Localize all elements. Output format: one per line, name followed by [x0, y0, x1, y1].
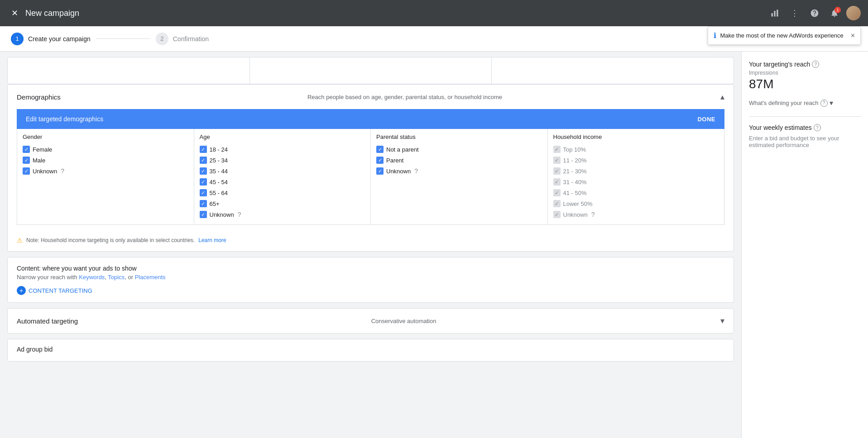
top-partial-cards	[7, 57, 734, 84]
targeting-reach-title: Your targeting's reach ?	[749, 61, 861, 68]
age-45-54-row: 45 - 54	[200, 176, 365, 187]
income-41-50-checkbox[interactable]	[553, 189, 561, 196]
weekly-estimates-help-icon[interactable]: ?	[814, 124, 821, 131]
keywords-link[interactable]: Keywords	[79, 274, 105, 281]
age-25-34-row: 25 - 34	[200, 155, 365, 166]
income-lower50-label: Lower 50%	[563, 200, 593, 207]
income-21-30-row: 21 - 30%	[553, 166, 719, 176]
step-1-label: Create your campaign	[28, 35, 91, 43]
age-45-54-label: 45 - 54	[210, 179, 228, 186]
step-1-circle: 1	[11, 33, 24, 45]
gender-unknown-checkbox[interactable]	[23, 167, 30, 175]
income-11-20-checkbox[interactable]	[553, 157, 561, 164]
plus-circle-icon: +	[17, 286, 26, 295]
defining-reach-label: What's defining your reach	[749, 100, 819, 106]
main-layout: Demographics Reach people based on age, …	[0, 52, 868, 438]
step-2-label: Confirmation	[173, 35, 209, 43]
topics-link[interactable]: Topics	[108, 274, 125, 281]
automated-targeting-header[interactable]: Automated targeting Conservative automat…	[8, 309, 734, 333]
demographics-table: Gender Female Male Unknown ?	[17, 129, 724, 225]
age-45-54-checkbox[interactable]	[200, 178, 207, 186]
close-icon[interactable]: ✕	[7, 6, 22, 20]
content-targeting-card: Content: where you want your ads to show…	[7, 257, 734, 303]
age-column: Age 18 - 24 25 - 34 35 - 44	[194, 129, 371, 224]
age-55-64-checkbox[interactable]	[200, 189, 207, 196]
age-55-64-label: 55 - 64	[210, 190, 228, 196]
top-bar-icons: ⋮ 1	[767, 5, 861, 21]
income-lower50-checkbox[interactable]	[553, 200, 561, 207]
help-icon[interactable]	[806, 5, 823, 21]
automated-targeting-chevron-icon[interactable]: ▾	[720, 316, 724, 326]
income-21-30-checkbox[interactable]	[553, 167, 561, 175]
parental-parent-label: Parent	[386, 157, 403, 164]
household-income-column-title: Household income	[553, 133, 719, 140]
income-unknown-help-icon[interactable]: ?	[591, 211, 595, 218]
income-21-30-label: 21 - 30%	[563, 168, 587, 175]
age-35-44-label: 35 - 44	[210, 168, 228, 175]
income-unknown-label: Unknown	[563, 211, 588, 218]
income-31-40-checkbox[interactable]	[553, 178, 561, 186]
learn-more-link[interactable]: Learn more	[198, 237, 226, 243]
targeting-reach-help-icon[interactable]: ?	[812, 61, 819, 68]
age-unknown-help-icon[interactable]: ?	[238, 211, 241, 218]
notification-badge: 1	[834, 7, 841, 13]
age-65-plus-label: 65+	[210, 200, 220, 207]
parental-unknown-help-icon[interactable]: ?	[414, 167, 418, 175]
parental-not-parent-checkbox[interactable]	[376, 146, 384, 153]
gender-female-row: Female	[23, 144, 188, 155]
notification-close-button[interactable]: ×	[851, 32, 855, 40]
ad-group-bid-card: Ad group bid	[7, 339, 734, 362]
step-2-circle: 2	[156, 33, 168, 45]
parental-unknown-checkbox[interactable]	[376, 167, 384, 175]
avatar[interactable]	[846, 6, 861, 20]
demographics-header[interactable]: Demographics Reach people based on age, …	[8, 85, 734, 109]
gender-unknown-help-icon[interactable]: ?	[61, 167, 64, 175]
age-65-plus-checkbox[interactable]	[200, 200, 207, 207]
age-25-34-checkbox[interactable]	[200, 157, 207, 164]
gender-female-checkbox[interactable]	[23, 146, 30, 153]
notification-icon[interactable]: 1	[826, 5, 843, 21]
parental-unknown-label: Unknown	[386, 168, 411, 175]
household-income-column: Household income Top 10% 11 - 20% 21 - 3…	[548, 129, 724, 224]
top-card-2	[250, 57, 492, 84]
income-31-40-row: 31 - 40%	[553, 176, 719, 187]
parental-parent-checkbox[interactable]	[376, 157, 384, 164]
done-button[interactable]: DONE	[697, 116, 715, 123]
age-18-24-label: 18 - 24	[210, 146, 228, 153]
defining-reach-chevron-icon: ▾	[830, 99, 833, 107]
demographics-card: Demographics Reach people based on age, …	[7, 84, 734, 252]
age-25-34-label: 25 - 34	[210, 157, 228, 164]
gender-male-label: Male	[33, 157, 45, 164]
income-top10-checkbox[interactable]	[553, 146, 561, 153]
content-desc-start: Narrow your reach with	[17, 274, 79, 281]
age-35-44-checkbox[interactable]	[200, 167, 207, 175]
demographics-description: Reach people based on age, gender, paren…	[307, 94, 502, 100]
placements-link[interactable]: Placements	[135, 274, 166, 281]
content-targeting-button[interactable]: + CONTENT TARGETING	[17, 286, 724, 295]
top-card-1	[8, 57, 250, 84]
more-options-icon[interactable]: ⋮	[786, 5, 803, 21]
defining-reach-help-icon[interactable]: ?	[820, 100, 828, 107]
age-unknown-label: Unknown	[210, 211, 234, 218]
svg-rect-0	[772, 13, 773, 17]
age-65-plus-row: 65+	[200, 198, 365, 209]
stepper-step-2[interactable]: 2 Confirmation	[156, 33, 209, 45]
stepper-step-1[interactable]: 1 Create your campaign	[11, 33, 91, 45]
content-card-title: Content: where you want your ads to show	[17, 265, 724, 272]
impressions-value: 87M	[749, 77, 861, 91]
right-panel-divider	[749, 116, 861, 117]
demographics-chevron-icon[interactable]: ▴	[720, 92, 724, 102]
age-column-title: Age	[200, 133, 365, 140]
income-11-20-label: 11 - 20%	[563, 157, 587, 164]
income-unknown-checkbox[interactable]	[553, 211, 561, 218]
notification-banner: ℹ Make the most of the new AdWords exper…	[708, 26, 861, 45]
chart-icon[interactable]	[767, 5, 783, 21]
gender-column: Gender Female Male Unknown ?	[17, 129, 194, 224]
gender-female-label: Female	[33, 146, 52, 153]
age-18-24-checkbox[interactable]	[200, 146, 207, 153]
defining-reach-link[interactable]: What's defining your reach ? ▾	[749, 99, 861, 107]
impressions-label: Impressions	[749, 70, 861, 76]
age-unknown-checkbox[interactable]	[200, 211, 207, 218]
gender-male-checkbox[interactable]	[23, 157, 30, 164]
info-icon: ℹ	[714, 31, 716, 40]
